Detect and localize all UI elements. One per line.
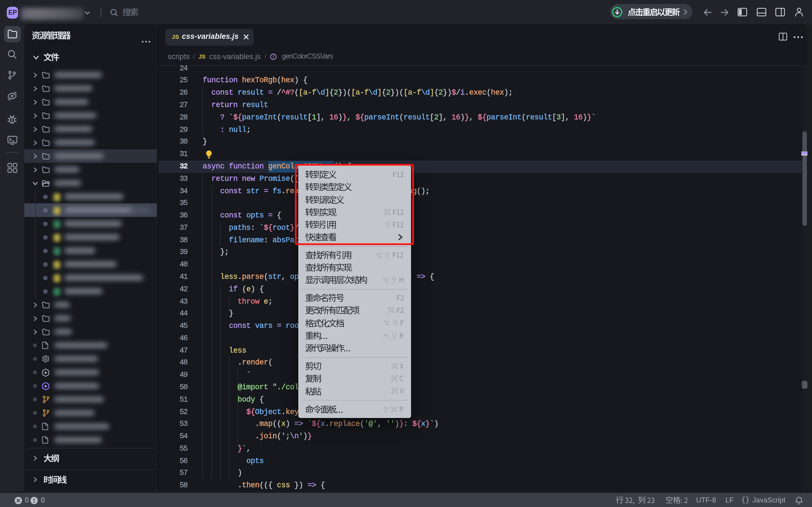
svg-text:f: f [273,54,274,59]
